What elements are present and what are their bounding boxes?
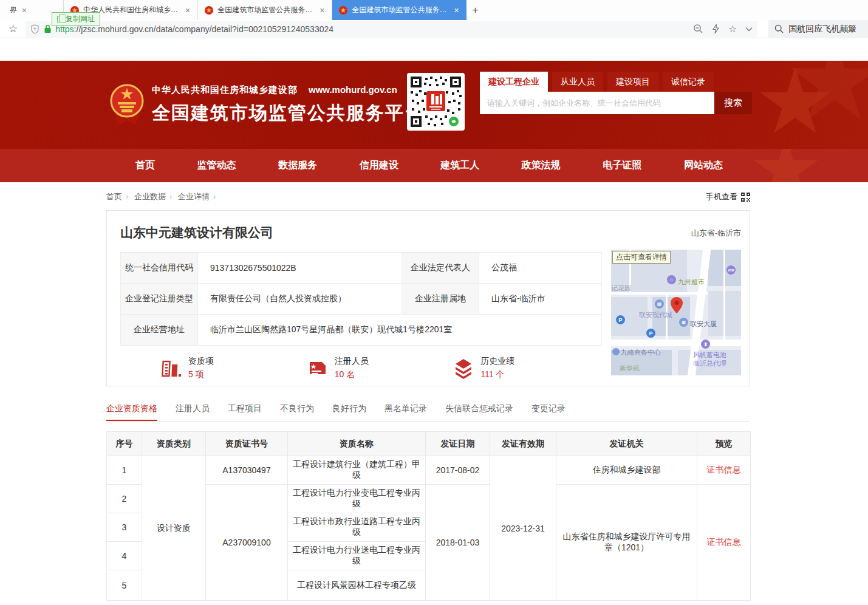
cert-number-cell: A237009100: [206, 485, 288, 601]
map-label-garden: 记花园: [611, 284, 631, 293]
zoom-out-icon[interactable]: [693, 24, 703, 34]
close-icon[interactable]: ×: [184, 5, 191, 15]
qual-name-cell: 工程设计电力行业变电工程专业丙级: [288, 485, 426, 513]
copy-icon: [57, 16, 63, 22]
location-map[interactable]: 点击可查看详情 ⌂ 九州超市 ATM 记花园 ▦ 联安现代城 ▦ 联安大厦 P …: [611, 250, 741, 375]
chevron-down-icon[interactable]: [745, 27, 753, 32]
cert-number-cell: A137030497: [206, 456, 288, 485]
legal-person-value: 公茂福: [479, 253, 602, 284]
nav-item-credit[interactable]: 信用建设: [360, 159, 398, 172]
stat-historical-performance[interactable]: 历史业绩 111 个: [453, 356, 599, 380]
badge-icon: [307, 357, 329, 379]
issue-date-cell: 2017-08-02: [426, 456, 490, 485]
certificate-info-link[interactable]: 证书信息: [707, 537, 741, 547]
company-name: 山东中元建筑设计有限公司: [120, 224, 273, 241]
site-header: 中华人民共和国住房和城乡建设部www.mohurd.gov.cn 全国建筑市场监…: [0, 61, 868, 149]
tab-bad-behavior[interactable]: 不良行为: [280, 403, 314, 421]
company-stats: 资质项 5 项 注册人员 10 名: [120, 356, 599, 380]
shield-icon[interactable]: [30, 24, 39, 34]
map-label-battery-agent: 临沂总代理: [693, 359, 726, 368]
search-tab-credit[interactable]: 诚信记录: [663, 72, 714, 92]
stat-value: 10 名: [335, 369, 369, 380]
map-label-battery: 风帆蓄电池: [693, 350, 726, 360]
tab-good-behavior[interactable]: 良好行为: [332, 403, 366, 421]
browser-tab-bar: 界 × 中华人民共和国住房和城乡建设 × 全国建筑市场监管公共服务平台 × 全国…: [0, 0, 868, 20]
category-cell: 设计资质: [142, 456, 206, 601]
col-issue-date: 发证日期: [426, 432, 490, 456]
col-seq: 序号: [107, 432, 142, 456]
col-preview: 预览: [697, 432, 751, 456]
tab-title: 界: [10, 5, 17, 15]
qr-code-icon: [741, 193, 750, 202]
company-region: 山东省-临沂市: [691, 228, 741, 239]
bookmark-star-icon[interactable]: ☆: [9, 22, 18, 35]
breadcrumb-home[interactable]: 首页: [106, 192, 122, 201]
issue-date-cell: 2018-01-03: [426, 485, 490, 601]
detail-section-tabs: 企业资质资格 注册人员 工程项目 不良行为 良好行为 黑名单记录 失信联合惩戒记…: [106, 403, 750, 422]
tab-registered-personnel[interactable]: 注册人员: [176, 403, 210, 421]
mobile-view-button[interactable]: 手机查看: [706, 191, 750, 202]
address-bar: ☆ https://jzsc.mohurd.gov.cn/data/compan…: [0, 20, 868, 38]
search-tab-enterprise[interactable]: 建设工程企业: [480, 72, 548, 92]
qual-name-cell: 工程设计市政行业道路工程专业丙级: [288, 513, 426, 542]
national-emblem: [109, 83, 145, 128]
map-label-xinhua: 新华苑: [620, 364, 640, 373]
seq-cell: 4: [107, 542, 142, 570]
poi-pin-icon: ▦: [679, 318, 688, 327]
seq-cell: 1: [107, 456, 142, 485]
breadcrumb-data[interactable]: 企业数据: [134, 192, 166, 201]
map-label-lianan-tower: 联安大厦: [690, 320, 717, 329]
new-tab-button[interactable]: +: [466, 0, 485, 20]
breadcrumb: 首页› 企业数据› 企业详情›: [106, 191, 219, 202]
table-header-row: 序号 资质类别 资质证书号 资质名称 发证日期 发证有效期 发证机关 预览: [107, 432, 751, 456]
tab-projects[interactable]: 工程项目: [228, 403, 262, 421]
tab-blacklist[interactable]: 黑名单记录: [384, 403, 427, 421]
map-label-business-center: 九峰商务中心: [621, 348, 661, 357]
nav-item-workers[interactable]: 建筑工人: [440, 159, 479, 172]
keyword-search-input[interactable]: [480, 92, 714, 114]
info-label: 企业登记注册类型: [121, 284, 198, 315]
tab-qualifications[interactable]: 企业资质资格: [106, 403, 157, 421]
tab-dishonesty-records[interactable]: 失信联合惩戒记录: [445, 403, 513, 421]
nav-item-data-service[interactable]: 数据服务: [278, 159, 317, 172]
dept-name: 中华人民共和国住房和城乡建设部: [152, 84, 298, 95]
search-tab-personnel[interactable]: 从业人员: [552, 72, 603, 92]
nav-item-licenses[interactable]: 电子证照: [603, 159, 641, 172]
stat-value: 111 个: [480, 369, 514, 380]
close-icon[interactable]: ×: [318, 5, 326, 15]
registration-type-value: 有限责任公司（自然人投资或控股）: [198, 284, 402, 315]
info-label: 企业经营地址: [121, 315, 198, 346]
stat-registered-personnel[interactable]: 注册人员 10 名: [307, 356, 453, 380]
nav-item-news[interactable]: 网站动态: [684, 159, 723, 172]
nav-item-home[interactable]: 首页: [135, 159, 155, 172]
business-address-value: 临沂市兰山区陶然路107号星河晶都（联安）现代城1号楼2201室: [198, 315, 602, 346]
browser-tab-2[interactable]: 全国建筑市场监管公共服务平台 ×: [198, 0, 332, 20]
decor-star-icon: [753, 149, 819, 182]
favorite-star-icon[interactable]: ☆: [728, 23, 737, 35]
seq-cell: 2: [107, 485, 142, 513]
stat-qualifications[interactable]: 资质项 5 项: [160, 356, 307, 380]
breadcrumb-detail[interactable]: 企业详情: [178, 192, 210, 201]
search-button[interactable]: 搜索: [714, 92, 752, 114]
site-title: 全国建筑市场监管公共服务平台: [152, 101, 424, 126]
credit-code-value: 91371302675501022B: [198, 253, 402, 284]
company-info-table: 统一社会信用代码 91371302675501022B 企业法定代表人 公茂福 …: [120, 252, 602, 346]
lightning-icon[interactable]: [712, 24, 720, 34]
authority-cell: 住房和城乡建设部: [556, 456, 697, 485]
tab-change-records[interactable]: 变更记录: [531, 403, 566, 421]
company-detail-card: 山东中元建筑设计有限公司 山东省-临沂市 统一社会信用代码 9137130267…: [106, 210, 750, 386]
map-tooltip: 点击可查看详情: [612, 251, 671, 264]
nav-item-policy[interactable]: 政策法规: [522, 159, 561, 172]
location-marker-icon: [671, 297, 683, 313]
certificate-info-link[interactable]: 证书信息: [707, 465, 741, 474]
nav-item-supervision[interactable]: 监管动态: [197, 159, 236, 172]
poi-pin-icon: [612, 348, 620, 355]
browser-search-box[interactable]: 国航回应飞机颠簸: [768, 20, 868, 38]
url-field[interactable]: https://jzsc.mohurd.gov.cn/data/company/…: [26, 21, 757, 37]
close-icon[interactable]: ×: [21, 5, 28, 15]
valid-until-cell: 2023-12-31: [490, 456, 556, 601]
search-suggestion-text: 国航回应飞机颠簸: [788, 24, 856, 35]
search-tab-project[interactable]: 建设项目: [607, 72, 658, 92]
close-icon[interactable]: ×: [453, 5, 460, 15]
browser-tab-active[interactable]: 全国建筑市场监管公共服务平台 ×: [332, 0, 466, 20]
